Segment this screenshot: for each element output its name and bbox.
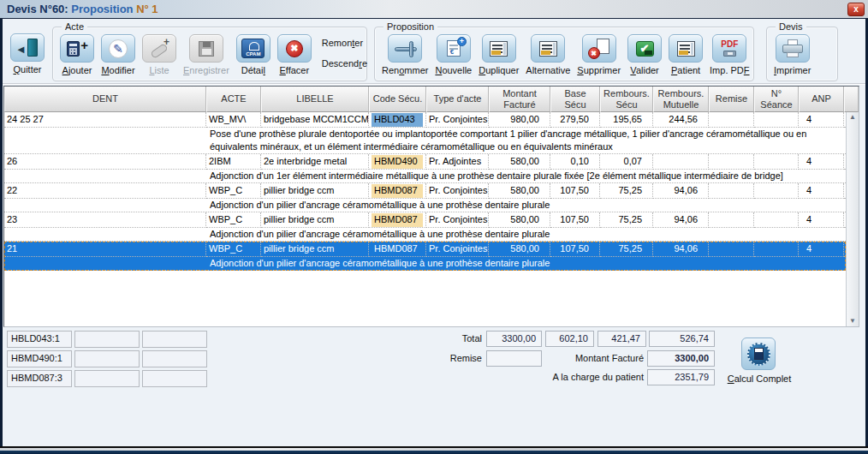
column-header[interactable]: Type d'acte <box>426 87 489 112</box>
column-header[interactable]: Code Sécu. <box>369 87 426 112</box>
act-row[interactable]: 23WBP_Cpillier bridge ccmHBMD087Pr. Conj… <box>4 212 846 242</box>
remonter-button[interactable]: Remonter <box>322 38 367 48</box>
cell-type: Pr. Conjointes <box>426 112 489 128</box>
detail-button[interactable]: CPAM Détail <box>233 34 274 75</box>
cell-acte: WBP_C <box>206 212 261 228</box>
total-remb-secu-box: 421,47 <box>597 331 646 347</box>
proposition-group: Proposition Renommer € + Nouvelle Dupliq… <box>374 27 754 81</box>
imprimer-button[interactable]: Imprimer <box>770 34 814 75</box>
red-x-icon: ✖ <box>286 40 303 57</box>
cell-base: 107,50 <box>550 242 600 257</box>
toolbar-separator <box>3 83 865 85</box>
imp-pdf-button[interactable]: PDF Imp. PDF <box>706 34 752 75</box>
cell-base: 107,50 <box>550 183 600 199</box>
cell-montant: 980,00 <box>489 112 550 128</box>
column-header[interactable]: ANP <box>799 87 844 112</box>
cell-seance <box>754 112 799 128</box>
cell-dent: 26 <box>4 154 206 170</box>
column-header[interactable]: Remise <box>709 87 754 112</box>
delete-page-icon: ✖ <box>588 39 610 59</box>
quitter-button[interactable]: ◄ Quitter <box>7 33 48 75</box>
quitter-label: Quitter <box>13 64 41 75</box>
enregistrer-label: Enregistrer <box>183 65 229 75</box>
descendre-button[interactable]: Descendre <box>322 58 367 69</box>
cell-acte: WB_MV\ <box>206 112 261 128</box>
acts-table: DENTACTELIBELLECode Sécu.Type d'acteMont… <box>3 86 859 327</box>
column-header-filler <box>844 87 859 112</box>
cell-remb-secu: 75,25 <box>600 183 653 199</box>
column-header[interactable]: DENT <box>4 87 206 112</box>
cell-remb-secu: 0,07 <box>600 154 653 170</box>
cell-remise <box>709 183 754 199</box>
valider-button[interactable]: ✔ Valider <box>624 34 665 75</box>
cell-montant: 580,00 <box>489 154 550 170</box>
dupliquer-button[interactable]: Dupliquer <box>475 34 522 75</box>
code-secu-chip: HBMD490 <box>372 155 423 169</box>
act-row[interactable]: 21WBP_Cpillier bridge ccmHBMD087Pr. Conj… <box>4 242 846 271</box>
column-header[interactable]: Rembours. Sécu <box>600 87 653 112</box>
cell-dent: 24 25 27 <box>4 112 206 128</box>
column-header[interactable]: Rembours. Mutuelle <box>653 87 709 112</box>
close-button[interactable]: x <box>847 3 865 16</box>
act-description: Pose d'une prothèse plurale dentoportée … <box>4 128 846 154</box>
title-devis: Devis N°60: <box>7 3 68 15</box>
cell-montant: 580,00 <box>489 242 550 257</box>
total-remb-mutuelle-box: 526,74 <box>649 331 715 347</box>
column-header[interactable]: Base Sécu <box>550 87 600 112</box>
code-secu-chip: HBLD043 <box>372 113 423 127</box>
title-number: N° 1 <box>136 3 158 15</box>
code-count-cell-empty <box>74 370 140 387</box>
remise-label: Remise <box>422 353 482 363</box>
cell-libelle: pillier bridge ccm <box>261 242 369 257</box>
column-header[interactable]: Montant Facturé <box>489 87 550 112</box>
scrollbar-up-icon[interactable]: ▲ <box>849 114 856 121</box>
alternative-button[interactable]: Alternative <box>522 34 574 75</box>
patient-button[interactable]: Patient <box>665 34 706 75</box>
nouvelle-button[interactable]: € + Nouvelle <box>431 34 475 75</box>
act-row[interactable]: 22WBP_Cpillier bridge ccmHBMD087Pr. Conj… <box>4 183 846 212</box>
modifier-button[interactable]: ✎ Modifier <box>98 34 139 75</box>
vertical-scrollbar[interactable]: ▲ ▼ <box>846 112 859 326</box>
imprimer-label: Imprimer <box>774 65 811 75</box>
supprimer-button[interactable]: ✖ Supprimer <box>574 34 624 75</box>
liste-button: + Liste <box>139 34 180 75</box>
calculator-add-icon: + <box>65 39 89 59</box>
cell-remb-mut: 244,56 <box>653 112 709 128</box>
cell-anp: 4 <box>799 212 844 228</box>
cell-code: HBLD043 <box>369 112 426 128</box>
total-label: Total <box>431 333 482 343</box>
code-count-cell-empty <box>142 370 207 387</box>
column-header[interactable]: ACTE <box>206 87 261 112</box>
effacer-button[interactable]: ✖ Effacer <box>274 34 315 75</box>
floppy-disk-icon <box>199 41 214 57</box>
act-row[interactable]: 24 25 27WB_MV\bridgebase MCCM1CCM1HBLD04… <box>4 112 846 154</box>
column-header[interactable]: LIBELLE <box>261 87 369 112</box>
cell-anp: 4 <box>799 112 844 128</box>
act-row[interactable]: 262IBM2e interbridge metalHBMD490Pr. Adj… <box>4 154 846 183</box>
cell-type: Pr. Adjointes <box>426 154 489 170</box>
code-count-cell-empty <box>74 331 140 348</box>
detail-label: Détail <box>241 65 265 75</box>
devis-group-label: Devis <box>776 21 806 32</box>
cell-remise <box>709 242 754 257</box>
dupliquer-label: Dupliquer <box>479 65 519 75</box>
code-secu-chip: HBMD087 <box>372 184 423 198</box>
column-header[interactable]: N° Séance <box>754 87 799 112</box>
alternative-label: Alternative <box>526 65 570 75</box>
calcul-complet-button[interactable] <box>741 338 776 370</box>
patient-label: Patient <box>671 65 700 75</box>
window-title: Devis N°60: Proposition N° 1 <box>7 3 158 15</box>
scrollbar-down-icon[interactable]: ▼ <box>849 318 856 325</box>
charge-patient-box: 2351,79 <box>647 369 715 385</box>
act-description: Adjonction d'un pilier d'ancrage céramom… <box>4 228 846 242</box>
ajouter-button[interactable]: + Ajouter <box>56 34 98 75</box>
cell-base: 279,50 <box>550 112 600 128</box>
cell-code: HBMD087 <box>369 242 426 257</box>
renommer-button[interactable]: Renommer <box>378 34 431 75</box>
cell-remb-mut: 94,06 <box>653 212 709 228</box>
cell-anp: 4 <box>799 183 844 199</box>
act-description: Adjonction d'un pilier d'ancrage céramom… <box>4 199 846 212</box>
enregistrer-button: Enregistrer <box>180 34 233 75</box>
calcul-complet-label: Calcul Complet <box>718 373 800 384</box>
table-rows-area: 24 25 27WB_MV\bridgebase MCCM1CCM1HBLD04… <box>4 112 846 326</box>
